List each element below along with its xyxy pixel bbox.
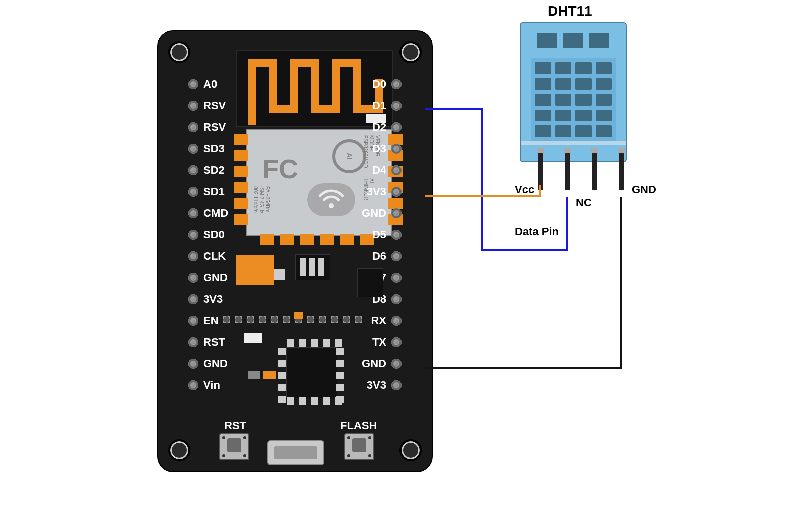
reset-button-label: RST [224,419,246,432]
pin-label: D0 [372,78,386,91]
pin-sd0-left: SD0 [188,225,225,244]
nodemcu-board: FC AI MODEL VENDOR ESP8266MOD AI-THINKER… [157,30,433,472]
pin-d1-right: D1 [372,96,402,115]
pin-hole [188,316,198,326]
pin-d3-right: D3 [372,139,402,158]
pin-rst-left: RST [188,333,225,352]
pin-3v3-left: 3V3 [188,290,223,309]
pin-label: D2 [372,121,386,134]
pin-sd1-left: SD1 [188,182,225,201]
ai-thinker-logo: AI [332,139,366,173]
pin-label: SD0 [203,228,225,241]
pin-hole [391,165,402,175]
pin-hole [188,230,198,240]
pin-hole [188,380,198,390]
pin-label: GND [203,357,228,370]
pcb-antenna [236,50,393,127]
pin-a0-left: A0 [188,75,217,94]
pin-label: SD1 [203,185,225,198]
dht-pin-data [565,152,570,190]
micro-usb-port[interactable] [267,440,324,465]
pin-hole [391,251,402,261]
pin-label: Vin [203,379,220,392]
pin-sd3-left: SD3 [188,139,225,158]
mounting-hole [168,41,190,63]
pin-label: D5 [372,228,386,241]
pin-d4-right: D4 [372,161,402,180]
wifi-logo [307,183,355,216]
pin-label: SD2 [203,164,225,177]
pin-label: 3V3 [367,379,386,392]
dht-pin-gnd [619,152,624,190]
pin-sd2-left: SD2 [188,161,225,180]
pin-hole [188,294,198,304]
pin-d0-right: D0 [372,75,402,94]
pin-hole [188,187,198,197]
pin-hole [188,144,198,154]
pin-label: RSV [203,121,226,134]
pin-label: 3V3 [367,185,386,198]
svg-point-0 [329,203,334,208]
pin-hole [188,101,198,111]
pin-label: GND [362,207,386,220]
pin-3v3-right: 3V3 [367,376,402,395]
flash-button[interactable] [344,433,374,460]
pin-label: RST [203,336,225,349]
pin-hole [188,165,198,175]
pin-label: D4 [372,164,386,177]
pin-hole [188,359,198,369]
reset-button[interactable] [219,433,249,460]
shield-label: 802.11b/g/n [253,186,258,213]
pin-hole [391,380,402,390]
mounting-hole [399,439,422,461]
pin-clk-left: CLK [188,247,226,266]
dht11-title: DHT11 [548,3,592,19]
pin-rx-right: RX [371,311,402,330]
pin-hole [391,122,402,132]
pin-d5-right: D5 [372,225,402,244]
pin-label: A0 [203,78,217,91]
pin-label: RSV [203,99,226,112]
wire-label-data: Data Pin [515,225,559,238]
pin-hole [391,187,402,197]
wire-gnd [425,197,621,368]
pin-gnd-right: GND [362,354,402,373]
pin-hole [391,208,402,218]
mounting-hole [168,439,190,461]
pin-label: SD3 [203,142,225,155]
pin-label: TX [372,336,386,349]
pin-label: RX [371,314,386,327]
pin-label: D6 [372,250,386,263]
pin-hole [391,273,402,283]
pin-gnd-left: GND [188,268,228,287]
pin-label: GND [203,271,228,284]
circuit-diagram: FC AI MODEL VENDOR ESP8266MOD AI-THINKER… [0,0,801,532]
pin-hole [188,122,198,132]
pin-hole [391,79,402,89]
pin-gnd-left: GND [188,354,228,373]
dht-pin-label-nc: NC [576,196,592,209]
shield-label: ISM 2.4GHz [259,186,264,213]
mcu-chip [286,347,337,398]
pin-hole [391,101,402,111]
pin-hole [188,208,198,218]
pin-hole [188,251,198,261]
pin-3v3-right: 3V3 [367,182,402,201]
pin-label: EN [203,314,219,327]
mounting-hole [399,41,422,63]
pin-label: CLK [203,250,226,263]
pin-hole [391,230,402,240]
shield-label: PA +25dBm [265,186,270,212]
flash-button-label: FLASH [340,419,377,432]
dht-pin-nc [592,152,597,190]
pin-d2-right: D2 [372,118,402,137]
pin-label: GND [362,357,386,370]
pin-hole [188,273,198,283]
pin-tx-right: TX [372,333,402,352]
dht-pin-label-gnd: GND [632,183,656,196]
dht-pin-vcc [538,152,543,190]
fcc-logo: FC [262,153,298,184]
pin-hole [391,359,402,369]
pin-gnd-right: GND [362,204,402,223]
dht-pin-label-vcc: Vcc [515,183,534,196]
